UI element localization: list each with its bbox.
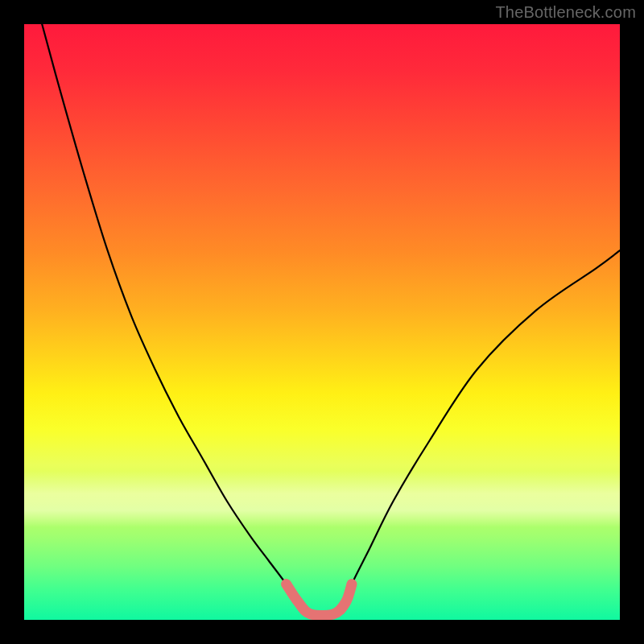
black-curve-path bbox=[42, 24, 620, 615]
pink-notch-path bbox=[287, 584, 352, 616]
curve-layer bbox=[24, 24, 620, 620]
watermark-text: TheBottleneck.com bbox=[495, 3, 636, 22]
plot-area bbox=[24, 24, 620, 620]
chart-frame: TheBottleneck.com bbox=[0, 0, 644, 644]
